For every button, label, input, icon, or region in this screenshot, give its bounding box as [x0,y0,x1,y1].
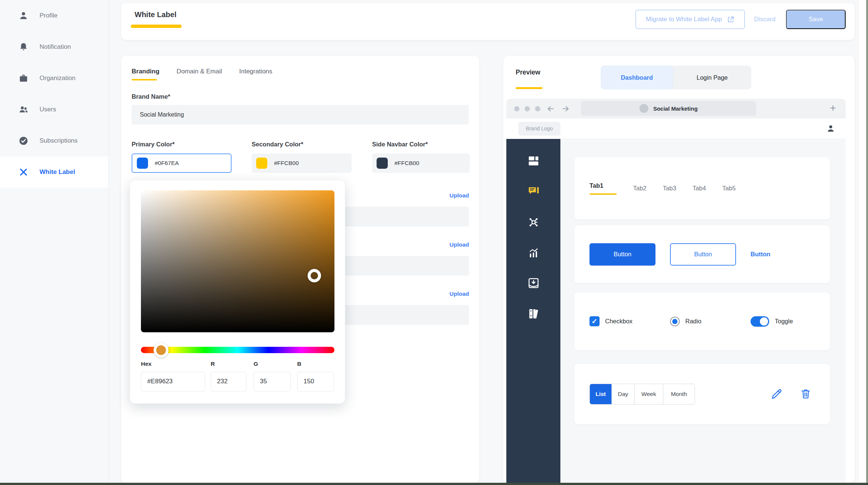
sidebar-item-label: Organization [40,75,75,82]
side-navbar-color-label: Side Navbar Color* [372,141,428,148]
active-tab-underline [131,25,182,28]
checkbox-group: ✓ Checkbox [589,292,632,350]
demo-tab-2[interactable]: Tab2 [633,185,647,192]
notification-icon [19,42,28,52]
window-dot [535,106,540,111]
preview-title-underline [516,87,542,89]
sidebar-item-label: Users [40,106,56,113]
radio-label: Radio [685,318,701,325]
brand-name-label: Brand Name* [132,93,170,100]
demo-toggle[interactable] [751,316,769,327]
g-input[interactable]: 35 [254,372,291,392]
delete-trash-icon[interactable] [800,388,812,400]
preview-mode-switch: Dashboard Login Page [601,66,751,89]
demo-radio[interactable] [670,317,680,326]
radio-group: Radio [670,292,701,350]
preview-content: Tab1 Tab2 Tab3 Tab4 Tab5 Button Button B… [560,139,846,483]
nav-posts[interactable] [506,176,560,207]
sidebar-item-notification[interactable]: Notification [0,31,108,63]
demo-checkbox[interactable]: ✓ [589,316,600,326]
back-arrow-icon [546,104,555,113]
sidebar-item-label: Notification [40,43,71,51]
analytics-chart-icon [527,246,540,259]
external-link-icon [727,16,735,23]
saturation-value-area[interactable] [141,190,334,332]
view-list[interactable]: List [590,384,611,404]
secondary-color-value: #FFCB00 [274,160,299,167]
demo-button-filled[interactable]: Button [589,243,655,266]
secondary-color-field[interactable]: #FFCB00 [252,153,352,173]
saturation-value-handle[interactable] [308,269,321,282]
topbar: White Label Migrate to White Label App D… [121,3,855,40]
primary-color-value: #0F67EA [155,160,179,167]
hue-slider-handle[interactable] [154,343,169,358]
tab-branding[interactable]: Branding [132,68,160,80]
discard-button[interactable]: Discard [754,16,776,23]
sidebar-item-profile[interactable]: Profile [0,0,108,31]
profile-icon [19,11,28,20]
demo-view-switch-card: List Day Week Month [574,364,830,424]
sidebar-item-subscriptions[interactable]: Subscriptions [0,125,108,156]
nav-dashboard[interactable] [506,146,560,176]
save-button[interactable]: Save [786,10,846,29]
b-input[interactable]: 150 [297,372,334,392]
preview-tab-login-page[interactable]: Login Page [673,66,751,89]
demo-buttons-card: Button Button Button [574,225,830,283]
hex-input[interactable]: #E89623 [141,372,205,392]
view-week[interactable]: Week [634,384,663,404]
b-label: B [297,361,301,367]
browser-chrome: Social Marketing + [506,99,846,118]
checkbox-label: Checkbox [605,318,632,325]
sidebar-item-white-label[interactable]: White Label [0,156,108,188]
view-month[interactable]: Month [663,384,695,404]
sidebar-item-users[interactable]: Users [0,94,108,125]
hex-label: Hex [141,361,151,367]
r-label: R [211,361,215,367]
demo-tab-5[interactable]: Tab5 [722,185,736,192]
preview-tab-dashboard[interactable]: Dashboard [601,66,673,89]
tab-white-label[interactable]: White Label [135,10,176,19]
brand-logo-placeholder: Brand Logo [518,122,560,136]
tab-domain-email[interactable]: Domain & Email [177,68,222,80]
window-dot [525,106,530,111]
nav-library[interactable] [506,298,560,329]
demo-button-outlined[interactable]: Button [670,243,736,266]
tab-integrations[interactable]: Integrations [239,68,272,80]
branding-tabs: Branding Domain & Email Integrations [132,68,272,80]
edit-pencil-icon[interactable] [770,388,783,400]
preview-app-header: Brand Logo [506,118,846,139]
preview-app-body: Tab1 Tab2 Tab3 Tab4 Tab5 Button Button B… [506,139,846,483]
nav-inbox[interactable] [506,268,560,298]
subscriptions-icon [19,136,28,146]
primary-color-field[interactable]: #0F67EA [132,153,232,173]
topbar-actions: Migrate to White Label App Discard Save [635,10,846,29]
demo-tab-4[interactable]: Tab4 [693,185,706,192]
nav-analytics[interactable] [506,237,560,268]
preview-navbar [506,139,560,483]
primary-color-swatch [137,158,148,169]
demo-tab-1[interactable]: Tab1 [589,182,617,195]
favicon-placeholder [639,104,648,113]
hue-slider[interactable] [141,347,334,353]
new-tab-icon: + [830,102,836,114]
side-navbar-color-field[interactable]: #FFCB00 [372,153,470,173]
sidebar-item-label: Subscriptions [40,137,78,145]
user-avatar-icon [826,124,835,133]
r-input[interactable]: 232 [211,372,246,392]
demo-tab-3[interactable]: Tab3 [663,185,676,192]
nav-connections[interactable] [506,207,560,237]
secondary-color-label: Secondary Color* [252,141,303,148]
preview-title: Preview [516,69,540,76]
toggle-label: Toggle [775,318,793,325]
demo-button-text[interactable]: Button [751,251,770,258]
color-picker-popup: Hex R G B #E89623 232 35 150 [130,180,345,404]
network-hub-icon [527,216,540,228]
g-label: G [254,361,258,367]
brand-name-input[interactable]: Social Marketing [132,105,469,124]
organization-icon [19,73,28,83]
side-navbar-color-swatch [377,158,388,169]
secondary-color-swatch [256,158,267,169]
view-day[interactable]: Day [611,384,634,404]
sidebar-item-organization[interactable]: Organization [0,63,108,94]
migrate-button[interactable]: Migrate to White Label App [635,10,745,29]
